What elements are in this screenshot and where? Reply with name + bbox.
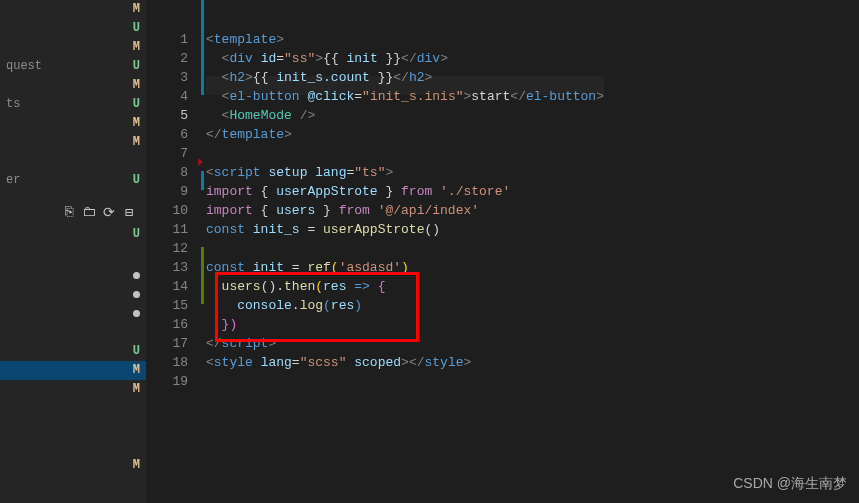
line-gutter: 12345678910111213141516171819 bbox=[146, 0, 206, 503]
file-row[interactable]: M bbox=[0, 76, 146, 95]
file-explorer[interactable]: MUMquestUMtsUMMerUUUMMM ⎘ 🗀 ⟳ ⊟ bbox=[0, 0, 146, 503]
git-status-badge: U bbox=[133, 57, 140, 76]
file-row[interactable] bbox=[0, 304, 146, 323]
watermark: CSDN @海生南梦 bbox=[733, 475, 847, 493]
file-row[interactable]: questU bbox=[0, 57, 146, 76]
git-status-badge: U bbox=[133, 95, 140, 114]
line-number: 18 bbox=[146, 353, 188, 372]
line-number: 6 bbox=[146, 125, 188, 144]
active-line-bg bbox=[206, 76, 604, 95]
file-row[interactable]: M bbox=[0, 0, 146, 19]
collapse-icon[interactable]: ⊟ bbox=[120, 204, 138, 221]
file-row[interactable]: M bbox=[0, 380, 146, 399]
line-number: 9 bbox=[146, 182, 188, 201]
git-status-badge: U bbox=[133, 171, 140, 190]
git-status-badge: M bbox=[133, 114, 140, 133]
code-text: < bbox=[206, 32, 214, 47]
file-row[interactable] bbox=[0, 266, 146, 285]
file-row[interactable] bbox=[0, 285, 146, 304]
file-row[interactable]: M bbox=[0, 456, 146, 475]
file-row[interactable]: U bbox=[0, 19, 146, 38]
line-number: 11 bbox=[146, 220, 188, 239]
file-row[interactable]: M bbox=[0, 38, 146, 57]
file-row[interactable]: U bbox=[0, 342, 146, 361]
file-row[interactable]: erU bbox=[0, 171, 146, 190]
line-number: 3 bbox=[146, 68, 188, 87]
line-number: 8 bbox=[146, 163, 188, 182]
line-number: 1 bbox=[146, 30, 188, 49]
modified-dot-icon bbox=[133, 272, 140, 279]
file-row[interactable]: M bbox=[0, 114, 146, 133]
refresh-icon[interactable]: ⟳ bbox=[100, 204, 118, 221]
line-number: 5 bbox=[146, 106, 188, 125]
modified-dot-icon bbox=[133, 291, 140, 298]
line-number: 13 bbox=[146, 258, 188, 277]
file-row[interactable]: M bbox=[0, 361, 146, 380]
line-number: 4 bbox=[146, 87, 188, 106]
line-number: 12 bbox=[146, 239, 188, 258]
new-file-icon[interactable]: ⎘ bbox=[60, 204, 78, 221]
git-status-badge: M bbox=[133, 380, 140, 399]
git-status-badge: U bbox=[133, 225, 140, 244]
code-area[interactable]: <template> <div id="ss">{{ init }}</div>… bbox=[206, 0, 604, 503]
git-status-badge: U bbox=[133, 342, 140, 361]
line-number: 19 bbox=[146, 372, 188, 391]
line-number: 2 bbox=[146, 49, 188, 68]
modified-dot-icon bbox=[133, 310, 140, 317]
git-status-badge: M bbox=[133, 76, 140, 95]
code-editor[interactable]: 12345678910111213141516171819 <template>… bbox=[146, 0, 859, 503]
line-number: 10 bbox=[146, 201, 188, 220]
line-number: 17 bbox=[146, 334, 188, 353]
git-status-badge: M bbox=[133, 361, 140, 380]
git-status-badge: U bbox=[133, 19, 140, 38]
line-number: 7 bbox=[146, 144, 188, 163]
file-row[interactable]: tsU bbox=[0, 95, 146, 114]
file-row[interactable]: M bbox=[0, 133, 146, 152]
line-number: 16 bbox=[146, 315, 188, 334]
git-status-badge: M bbox=[133, 133, 140, 152]
git-status-badge: M bbox=[133, 456, 140, 475]
new-folder-icon[interactable]: 🗀 bbox=[80, 204, 98, 221]
line-number: 15 bbox=[146, 296, 188, 315]
git-status-badge: M bbox=[133, 38, 140, 57]
file-row[interactable]: U bbox=[0, 225, 146, 244]
git-status-badge: M bbox=[133, 0, 140, 19]
explorer-toolbar: ⎘ 🗀 ⟳ ⊟ bbox=[60, 204, 138, 221]
line-number: 14 bbox=[146, 277, 188, 296]
